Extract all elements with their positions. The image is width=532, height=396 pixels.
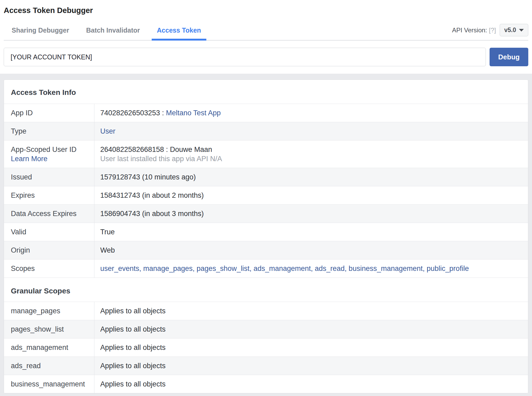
table-row-valid: Valid True xyxy=(4,223,528,241)
user-id-note: User last installed this app via API N/A xyxy=(100,155,522,163)
token-info-card: Access Token Info App ID 740282626503253… xyxy=(4,80,528,393)
row-value: True xyxy=(94,223,528,241)
access-token-input[interactable] xyxy=(4,48,486,66)
table-row-scopes: Scopes user_events, manage_pages, pages_… xyxy=(4,259,528,278)
app-name-link[interactable]: Meltano Test App xyxy=(166,109,221,117)
row-label: Expires xyxy=(4,186,94,204)
row-label: pages_show_list xyxy=(4,320,94,338)
row-label: business_management xyxy=(4,375,94,393)
row-value: User xyxy=(94,122,528,140)
table-row-data-access-expires: Data Access Expires 1586904743 (in about… xyxy=(4,204,528,223)
table-row-origin: Origin Web xyxy=(4,241,528,259)
row-value: 2640822582668158 : Douwe Maan User last … xyxy=(94,140,528,168)
table-row-manage-pages: manage_pages Applies to all objects xyxy=(4,302,528,320)
row-value: Applies to all objects xyxy=(94,375,528,393)
header-area: Access Token Debugger Sharing Debugger B… xyxy=(0,0,532,74)
row-label: Valid xyxy=(4,223,94,241)
tab-bar: Sharing Debugger Batch Invalidator Acces… xyxy=(4,23,528,41)
api-version-group: API Version: [?] v5.0 xyxy=(452,24,528,39)
tab-batch-invalidator[interactable]: Batch Invalidator xyxy=(81,23,145,40)
row-value: 740282626503253 : Meltano Test App xyxy=(94,104,528,122)
row-value: Applies to all objects xyxy=(94,357,528,375)
user-id-value: 2640822582668158 : Douwe Maan xyxy=(100,146,522,153)
row-value: Applies to all objects xyxy=(94,338,528,357)
app-id-value: 740282626503253 : xyxy=(100,109,166,117)
row-label-text: App-Scoped User ID xyxy=(11,146,88,153)
row-label: ads_management xyxy=(4,338,94,357)
results-background: Access Token Info App ID 740282626503253… xyxy=(0,74,532,396)
chevron-down-icon xyxy=(519,29,524,32)
row-label: App-Scoped User ID Learn More xyxy=(4,140,94,168)
section-title-granular-scopes: Granular Scopes xyxy=(4,278,528,302)
section-title-access-token-info: Access Token Info xyxy=(4,80,528,104)
row-label: Type xyxy=(4,122,94,140)
row-label: manage_pages xyxy=(4,302,94,320)
learn-more-link[interactable]: Learn More xyxy=(11,155,47,163)
row-label: App ID xyxy=(4,104,94,122)
api-version-label: API Version: xyxy=(452,27,487,34)
api-version-value: v5.0 xyxy=(504,27,516,34)
table-row-ads-management: ads_management Applies to all objects xyxy=(4,338,528,357)
token-type-link[interactable]: User xyxy=(100,127,115,135)
token-input-row: Debug xyxy=(4,41,528,74)
row-value: Applies to all objects xyxy=(94,302,528,320)
row-value: 1584312743 (in about 2 months) xyxy=(94,186,528,204)
table-row-pages-show-list: pages_show_list Applies to all objects xyxy=(4,320,528,338)
row-label: Data Access Expires xyxy=(4,205,94,223)
tab-sharing-debugger[interactable]: Sharing Debugger xyxy=(6,23,75,40)
help-icon[interactable]: [?] xyxy=(489,27,496,34)
table-row-app-scoped-user-id: App-Scoped User ID Learn More 2640822582… xyxy=(4,140,528,168)
row-label: ads_read xyxy=(4,357,94,375)
tab-access-token[interactable]: Access Token xyxy=(152,23,206,40)
table-row-app-id: App ID 740282626503253 : Meltano Test Ap… xyxy=(4,104,528,122)
row-label: Origin xyxy=(4,241,94,259)
row-label: Scopes xyxy=(4,259,94,278)
row-value: Web xyxy=(94,241,528,259)
row-value: 1586904743 (in about 3 months) xyxy=(94,205,528,223)
page-title: Access Token Debugger xyxy=(4,6,528,15)
table-row-issued: Issued 1579128743 (10 minutes ago) xyxy=(4,168,528,186)
table-row-expires: Expires 1584312743 (in about 2 months) xyxy=(4,186,528,204)
row-label: Issued xyxy=(4,168,94,186)
row-value: Applies to all objects xyxy=(94,320,528,338)
table-row-ads-read: ads_read Applies to all objects xyxy=(4,357,528,375)
row-value: 1579128743 (10 minutes ago) xyxy=(94,168,528,186)
table-row-type: Type User xyxy=(4,122,528,140)
debug-button[interactable]: Debug xyxy=(490,48,528,66)
api-version-dropdown[interactable]: v5.0 xyxy=(500,24,528,36)
row-value: user_events, manage_pages, pages_show_li… xyxy=(94,259,528,278)
scopes-links[interactable]: user_events, manage_pages, pages_show_li… xyxy=(100,265,469,272)
table-row-business-management: business_management Applies to all objec… xyxy=(4,375,528,393)
